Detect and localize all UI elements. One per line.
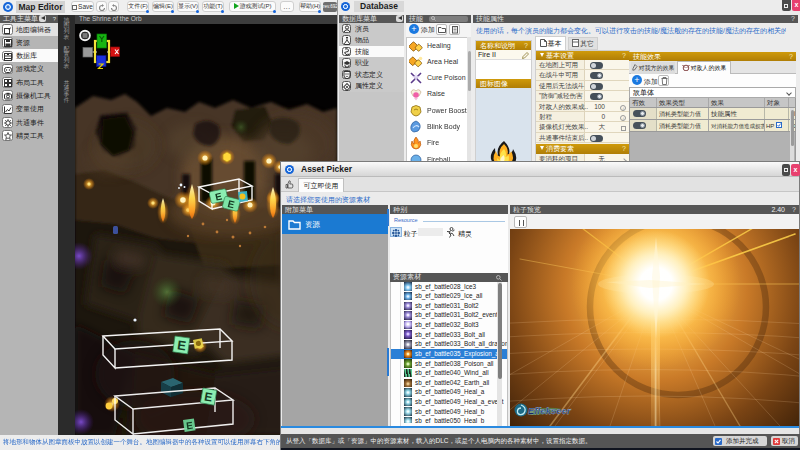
svg-text:Effekseer: Effekseer bbox=[528, 405, 572, 416]
